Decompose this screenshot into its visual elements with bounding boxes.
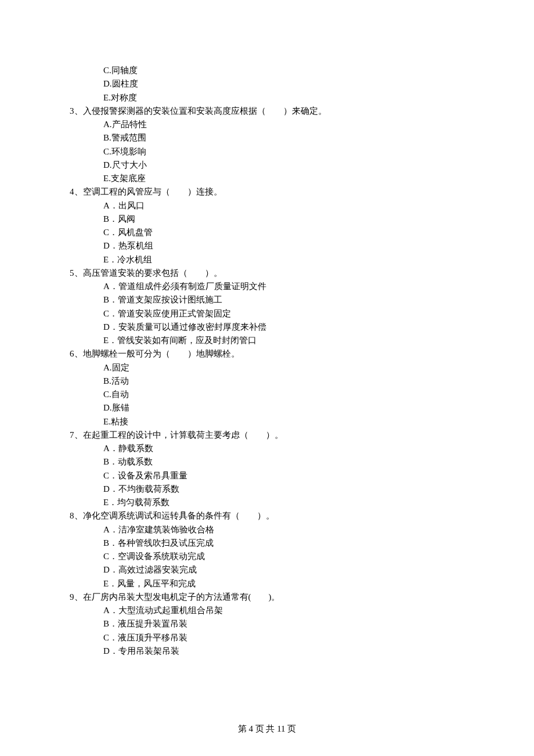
page-container: C.同轴度 D.圆柱度 E.对称度 3、入侵报警探测器的安装位置和安装高度应根据… (0, 0, 534, 756)
option-e: E.对称度 (103, 91, 464, 105)
option-d: D．专用吊装架吊装 (103, 645, 464, 658)
option-d: D．高效过滤器安装完成 (103, 563, 464, 577)
option-a: A．洁净室建筑装饰验收合格 (103, 523, 464, 537)
option-e: E．均匀载荷系数 (103, 496, 464, 509)
option-d: D．安装质量可以通过修改密封厚度来补偿 (103, 321, 464, 334)
option-b: B．管道支架应按设计图纸施工 (103, 293, 464, 307)
options-block: A.产品特性 B.警戒范围 C.环境影响 D.尺寸大小 E.支架底座 (70, 118, 464, 185)
option-d: D.尺寸大小 (103, 159, 464, 172)
option-a: A．管道组成件必须有制造厂质量证明文件 (103, 280, 464, 293)
question-stem: 5、高压管道安装的要求包括（ ）。 (70, 267, 464, 280)
option-d: D.胀锚 (103, 401, 464, 415)
question-8: 8、净化空调系统调试和运转具备的条件有（ ）。 A．洁净室建筑装饰验收合格 B．… (70, 509, 464, 591)
question-3: 3、入侵报警探测器的安装位置和安装高度应根据（ ）来确定。 A.产品特性 B.警… (70, 105, 464, 186)
option-c: C．风机盘管 (103, 226, 464, 239)
options-block: A．大型流动式起重机组合吊架 B．液压提升装置吊装 C．液压顶升平移吊装 D．专… (70, 604, 464, 658)
option-b: B．动载系数 (103, 455, 464, 469)
option-e: E.粘接 (103, 415, 464, 429)
question-7: 7、在起重工程的设计中，计算载荷主要考虑（ ）。 A．静载系数 B．动载系数 C… (70, 429, 464, 510)
question-stem: 9、在厂房内吊装大型发电机定子的方法通常有( )。 (70, 591, 464, 604)
option-e: E．风量，风压平和完成 (103, 577, 464, 591)
question-stem: 8、净化空调系统调试和运转具备的条件有（ ）。 (70, 509, 464, 523)
option-d: D.圆柱度 (103, 77, 464, 91)
option-c: C．液压顶升平移吊装 (103, 631, 464, 645)
options-block: A．洁净室建筑装饰验收合格 B．各种管线吹扫及试压完成 C．空调设备系统联动完成… (70, 523, 464, 591)
option-b: B．风阀 (103, 213, 464, 226)
option-c: C.同轴度 (103, 64, 464, 77)
options-block: A.固定 B.活动 C.自动 D.胀锚 E.粘接 (70, 361, 464, 429)
option-c: C．设备及索吊具重量 (103, 469, 464, 483)
options-block: A．静载系数 B．动载系数 C．设备及索吊具重量 D．不均衡载荷系数 E．均匀载… (70, 442, 464, 509)
option-a: A．大型流动式起重机组合吊架 (103, 604, 464, 617)
prev-question-options: C.同轴度 D.圆柱度 E.对称度 (70, 64, 464, 105)
options-block: A．出风口 B．风阀 C．风机盘管 D．热泵机组 E．冷水机组 (70, 199, 464, 267)
option-c: C.自动 (103, 388, 464, 401)
option-a: A.固定 (103, 361, 464, 375)
question-stem: 7、在起重工程的设计中，计算载荷主要考虑（ ）。 (70, 429, 464, 442)
page-footer: 第 4 页 共 11 页 (0, 722, 534, 736)
option-c: C．管道安装应使用正式管架固定 (103, 307, 464, 321)
question-4: 4、空调工程的风管应与（ ）连接。 A．出风口 B．风阀 C．风机盘管 D．热泵… (70, 185, 464, 267)
option-a: A.产品特性 (103, 118, 464, 131)
option-b: B．各种管线吹扫及试压完成 (103, 537, 464, 550)
option-e: E.支架底座 (103, 172, 464, 185)
question-stem: 3、入侵报警探测器的安装位置和安装高度应根据（ ）来确定。 (70, 105, 464, 118)
option-a: A．出风口 (103, 199, 464, 213)
option-a: A．静载系数 (103, 442, 464, 455)
question-stem: 6、地脚螺栓一般可分为（ ）地脚螺栓。 (70, 347, 464, 361)
option-b: B.活动 (103, 375, 464, 388)
question-6: 6、地脚螺栓一般可分为（ ）地脚螺栓。 A.固定 B.活动 C.自动 D.胀锚 … (70, 347, 464, 429)
question-9: 9、在厂房内吊装大型发电机定子的方法通常有( )。 A．大型流动式起重机组合吊架… (70, 591, 464, 658)
option-c: C．空调设备系统联动完成 (103, 550, 464, 563)
option-e: E．冷水机组 (103, 253, 464, 267)
option-e: E．管线安装如有间断，应及时封闭管口 (103, 334, 464, 347)
options-block: A．管道组成件必须有制造厂质量证明文件 B．管道支架应按设计图纸施工 C．管道安… (70, 280, 464, 347)
option-d: D．不均衡载荷系数 (103, 483, 464, 496)
option-c: C.环境影响 (103, 145, 464, 159)
question-5: 5、高压管道安装的要求包括（ ）。 A．管道组成件必须有制造厂质量证明文件 B．… (70, 267, 464, 348)
option-d: D．热泵机组 (103, 239, 464, 253)
option-b: B．液压提升装置吊装 (103, 617, 464, 631)
question-stem: 4、空调工程的风管应与（ ）连接。 (70, 185, 464, 199)
option-b: B.警戒范围 (103, 131, 464, 145)
